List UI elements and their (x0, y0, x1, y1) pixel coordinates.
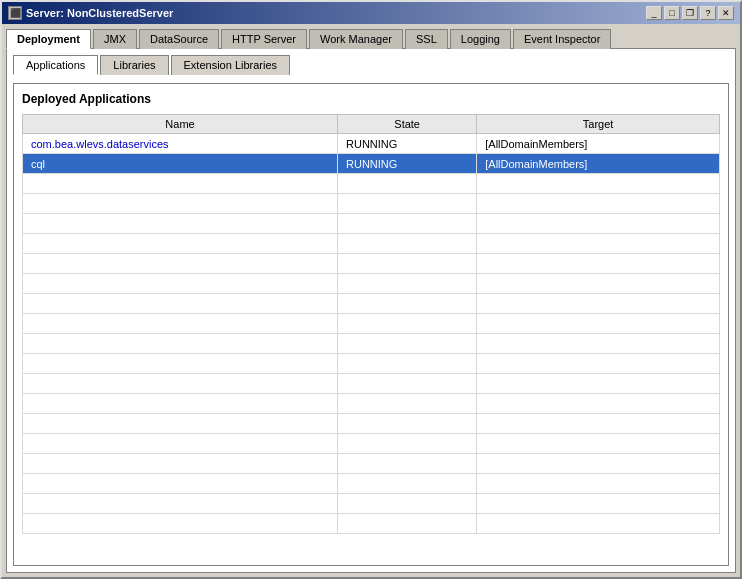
main-tab-bar: Deployment JMX DataSource HTTP Server Wo… (2, 24, 740, 48)
cell-empty (338, 174, 477, 194)
help-button[interactable]: ? (700, 6, 716, 20)
title-bar-left: ⬛ Server: NonClusteredServer (8, 6, 173, 20)
cell-empty (338, 214, 477, 234)
cell-empty (338, 374, 477, 394)
tab-jmx[interactable]: JMX (93, 29, 137, 49)
maximize-button[interactable]: □ (664, 6, 680, 20)
cell-empty (338, 474, 477, 494)
cell-empty (338, 354, 477, 374)
cell-empty (477, 194, 720, 214)
cell-empty (338, 494, 477, 514)
tab-content: Applications Libraries Extension Librari… (6, 48, 736, 573)
cell-empty (477, 394, 720, 414)
table-row-empty (23, 454, 720, 474)
table-row-empty (23, 294, 720, 314)
cell-name: com.bea.wlevs.dataservices (23, 134, 338, 154)
minimize-button[interactable]: _ (646, 6, 662, 20)
cell-empty (477, 494, 720, 514)
tab-deployment[interactable]: Deployment (6, 29, 91, 49)
tab-datasource[interactable]: DataSource (139, 29, 219, 49)
cell-empty (338, 434, 477, 454)
table-row-empty (23, 354, 720, 374)
cell-empty (477, 454, 720, 474)
cell-empty (23, 374, 338, 394)
cell-empty (23, 234, 338, 254)
cell-empty (338, 234, 477, 254)
table-row[interactable]: cqlRUNNING[AllDomainMembers] (23, 154, 720, 174)
cell-state: RUNNING (338, 154, 477, 174)
table-row-empty (23, 194, 720, 214)
cell-empty (477, 334, 720, 354)
close-button[interactable]: ✕ (718, 6, 734, 20)
cell-empty (338, 254, 477, 274)
sub-tab-applications[interactable]: Applications (13, 55, 98, 75)
cell-empty (23, 394, 338, 414)
cell-empty (338, 514, 477, 534)
cell-empty (23, 414, 338, 434)
title-controls: _ □ ❐ ? ✕ (646, 6, 734, 20)
cell-empty (338, 334, 477, 354)
cell-empty (23, 274, 338, 294)
sub-tab-bar: Applications Libraries Extension Librari… (13, 55, 729, 75)
cell-empty (477, 234, 720, 254)
table-row-empty (23, 474, 720, 494)
cell-empty (338, 394, 477, 414)
table-row-empty (23, 394, 720, 414)
cell-empty (477, 314, 720, 334)
cell-target: [AllDomainMembers] (477, 154, 720, 174)
table-row-empty (23, 414, 720, 434)
cell-empty (23, 354, 338, 374)
table-row-empty (23, 234, 720, 254)
main-window: ⬛ Server: NonClusteredServer _ □ ❐ ? ✕ D… (0, 0, 742, 579)
tab-work-manager[interactable]: Work Manager (309, 29, 403, 49)
window-title: Server: NonClusteredServer (26, 7, 173, 19)
col-header-name: Name (23, 115, 338, 134)
cell-name: cql (23, 154, 338, 174)
table-row-empty (23, 214, 720, 234)
cell-empty (477, 254, 720, 274)
table-row-empty (23, 174, 720, 194)
sub-tab-content: Deployed Applications Name State Target … (13, 83, 729, 566)
sub-tab-libraries[interactable]: Libraries (100, 55, 168, 75)
col-header-target: Target (477, 115, 720, 134)
title-bar: ⬛ Server: NonClusteredServer _ □ ❐ ? ✕ (2, 2, 740, 24)
tab-event-inspector[interactable]: Event Inspector (513, 29, 611, 49)
cell-empty (477, 474, 720, 494)
table-row[interactable]: com.bea.wlevs.dataservicesRUNNING[AllDom… (23, 134, 720, 154)
tab-logging[interactable]: Logging (450, 29, 511, 49)
cell-empty (477, 374, 720, 394)
sub-tab-extension-libraries[interactable]: Extension Libraries (171, 55, 291, 75)
table-row-empty (23, 434, 720, 454)
table-row-empty (23, 254, 720, 274)
cell-empty (23, 254, 338, 274)
cell-empty (477, 274, 720, 294)
cell-empty (23, 174, 338, 194)
cell-empty (477, 414, 720, 434)
applications-table: Name State Target com.bea.wlevs.dataserv… (22, 114, 720, 534)
table-row-empty (23, 314, 720, 334)
cell-empty (23, 334, 338, 354)
col-header-state: State (338, 115, 477, 134)
cell-empty (338, 294, 477, 314)
restore-button[interactable]: ❐ (682, 6, 698, 20)
cell-empty (338, 414, 477, 434)
tab-ssl[interactable]: SSL (405, 29, 448, 49)
table-row-empty (23, 274, 720, 294)
cell-empty (23, 494, 338, 514)
section-title: Deployed Applications (22, 92, 720, 106)
table-row-empty (23, 514, 720, 534)
cell-empty (338, 314, 477, 334)
app-link[interactable]: com.bea.wlevs.dataservices (31, 138, 169, 150)
cell-empty (477, 434, 720, 454)
cell-empty (23, 434, 338, 454)
cell-empty (23, 294, 338, 314)
tab-http-server[interactable]: HTTP Server (221, 29, 307, 49)
cell-empty (477, 354, 720, 374)
table-row-empty (23, 374, 720, 394)
cell-target: [AllDomainMembers] (477, 134, 720, 154)
cell-empty (477, 174, 720, 194)
cell-empty (23, 474, 338, 494)
app-link[interactable]: cql (31, 158, 45, 170)
cell-empty (477, 214, 720, 234)
cell-empty (338, 194, 477, 214)
